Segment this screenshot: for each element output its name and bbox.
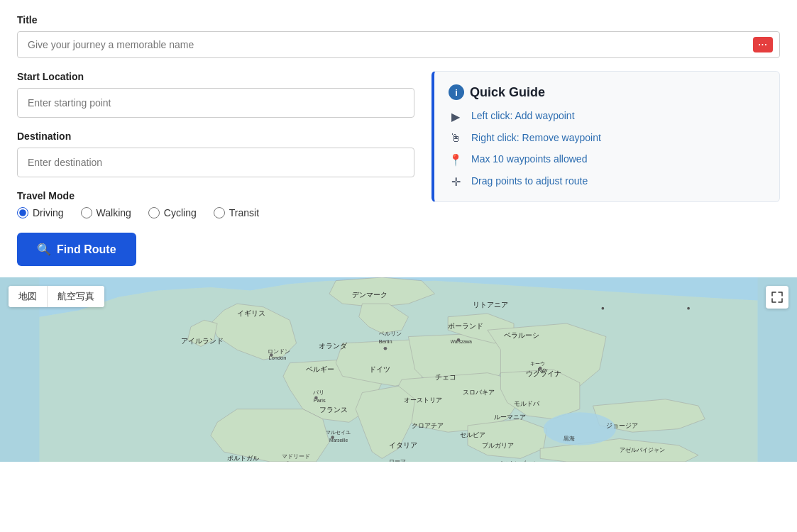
transit-radio[interactable]: [214, 207, 225, 218]
mouse-icon: 🖱: [449, 132, 463, 145]
svg-text:ローマ: ローマ: [389, 458, 406, 462]
pin-icon: 📍: [449, 153, 463, 167]
title-label: Title: [17, 14, 780, 26]
svg-text:オーストリア: オーストリア: [404, 397, 442, 404]
svg-text:スロバキア: スロバキア: [463, 389, 495, 396]
svg-text:ポーランド: ポーランド: [448, 322, 483, 330]
svg-text:マルセイユ: マルセイユ: [326, 429, 351, 436]
svg-text:ポルトガル: ポルトガル: [227, 455, 259, 462]
svg-text:ベルギー: ベルギー: [307, 365, 335, 373]
svg-text:アイルランド: アイルランド: [181, 337, 224, 345]
svg-text:ロンドン: ロンドン: [268, 348, 290, 355]
destination-input[interactable]: [17, 148, 414, 177]
svg-text:イギリス: イギリス: [237, 309, 265, 317]
map-tabs: 地図 航空写真: [9, 286, 104, 307]
transit-option[interactable]: Transit: [214, 207, 259, 218]
svg-point-46: [331, 436, 334, 439]
svg-text:フランス: フランス: [319, 406, 348, 414]
svg-point-45: [384, 347, 387, 350]
travel-mode-options: Driving Walking Cycling Transit: [17, 207, 414, 218]
transit-label: Transit: [229, 207, 259, 218]
title-input-wrapper: ···: [17, 31, 780, 58]
svg-text:パリ: パリ: [312, 389, 324, 396]
find-route-button[interactable]: 🔍 Find Route: [17, 233, 136, 266]
svg-text:マドリード: マドリード: [282, 453, 310, 460]
svg-text:オランダ: オランダ: [319, 342, 348, 350]
svg-text:アゼルバイジャン: アゼルバイジャン: [620, 446, 665, 453]
driving-radio[interactable]: [17, 207, 28, 218]
svg-point-1: [544, 412, 616, 445]
svg-text:クロアチア: クロアチア: [412, 422, 444, 429]
svg-text:セルビア: セルビア: [460, 431, 485, 438]
svg-text:Warszawa: Warszawa: [451, 339, 472, 344]
destination-label: Destination: [17, 131, 414, 142]
guide-item-4: ✛ Drag points to adjust route: [449, 175, 765, 189]
travel-mode-label: Travel Mode: [17, 190, 414, 201]
left-column: Start Location Destination Travel Mode D…: [17, 71, 414, 266]
map-expand-button[interactable]: [766, 286, 788, 309]
search-icon: 🔍: [37, 243, 51, 256]
guide-items: ▶ Left click: Add waypoint 🖱 Right click…: [449, 110, 765, 189]
map-section: イギリス デンマーク リトアニア アイルランド ロンドン London オランダ…: [0, 277, 797, 462]
svg-text:ドイツ: ドイツ: [369, 365, 390, 373]
map-svg: イギリス デンマーク リトアニア アイルランド ロンドン London オランダ…: [0, 277, 797, 462]
svg-text:チェコ: チェコ: [435, 373, 456, 381]
cycling-radio[interactable]: [148, 207, 160, 218]
guide-text-1: Left click: Add waypoint: [471, 110, 575, 121]
guide-text-3: Max 10 waypoints allowed: [471, 153, 587, 165]
find-route-label: Find Route: [57, 243, 116, 256]
walking-option[interactable]: Walking: [81, 207, 131, 218]
walking-label: Walking: [97, 207, 131, 218]
svg-point-49: [457, 338, 461, 342]
guide-item-1: ▶ Left click: Add waypoint: [449, 110, 765, 123]
quick-guide-panel: i Quick Guide ▶ Left click: Add waypoint…: [432, 71, 780, 202]
two-col-layout: Start Location Destination Travel Mode D…: [17, 71, 780, 266]
cycling-label: Cycling: [164, 207, 197, 218]
svg-text:ジョージア: ジョージア: [606, 422, 638, 429]
svg-text:リトアニア: リトアニア: [473, 301, 508, 309]
right-column: i Quick Guide ▶ Left click: Add waypoint…: [432, 71, 780, 266]
driving-option[interactable]: Driving: [17, 207, 64, 218]
svg-text:ベラルーシ: ベラルーシ: [504, 331, 539, 339]
walking-radio[interactable]: [81, 207, 92, 218]
info-icon: i: [449, 84, 464, 100]
svg-text:ベルリン: ベルリン: [379, 330, 402, 337]
quick-guide-title: i Quick Guide: [449, 84, 765, 100]
svg-text:キーウ: キーウ: [530, 360, 545, 367]
svg-text:黒海: 黒海: [564, 435, 575, 442]
expand-icon: [771, 292, 783, 303]
cycling-option[interactable]: Cycling: [148, 207, 197, 218]
svg-point-51: [602, 307, 605, 310]
svg-text:ブルガリア: ブルガリア: [482, 442, 514, 449]
destination-section: Destination: [17, 131, 414, 177]
title-section: Title ···: [17, 14, 780, 58]
svg-text:Berlin: Berlin: [379, 338, 392, 345]
move-icon: ✛: [449, 175, 463, 189]
start-location-input[interactable]: [17, 88, 414, 118]
driving-label: Driving: [33, 207, 64, 218]
guide-text-4: Drag points to adjust route: [471, 175, 588, 187]
map-tab-satellite[interactable]: 航空写真: [48, 286, 104, 307]
svg-text:イタリア: イタリア: [389, 441, 417, 449]
title-input[interactable]: [17, 31, 780, 58]
svg-text:ルーマニア: ルーマニア: [494, 414, 526, 421]
svg-point-44: [314, 397, 318, 400]
svg-point-43: [539, 367, 542, 370]
map-tab-map[interactable]: 地図: [9, 286, 48, 307]
start-location-label: Start Location: [17, 71, 414, 82]
guide-item-2: 🖱 Right click: Remove waypoint: [449, 132, 765, 145]
map-container[interactable]: イギリス デンマーク リトアニア アイルランド ロンドン London オランダ…: [0, 277, 797, 462]
svg-point-42: [270, 353, 273, 357]
travel-mode-section: Travel Mode Driving Walking Cycling: [17, 190, 414, 218]
svg-text:モルドバ: モルドバ: [514, 400, 540, 407]
svg-text:デンマーク: デンマーク: [353, 291, 388, 299]
start-location-section: Start Location: [17, 71, 414, 118]
title-dots-icon[interactable]: ···: [753, 37, 773, 52]
svg-text:イスタンブール: イスタンブール: [498, 460, 537, 462]
cursor-icon: ▶: [449, 110, 463, 123]
svg-point-50: [687, 307, 690, 310]
guide-text-2: Right click: Remove waypoint: [471, 132, 601, 143]
main-container: Title ··· Start Location Destination Tra…: [0, 0, 797, 266]
guide-item-3: 📍 Max 10 waypoints allowed: [449, 153, 765, 167]
